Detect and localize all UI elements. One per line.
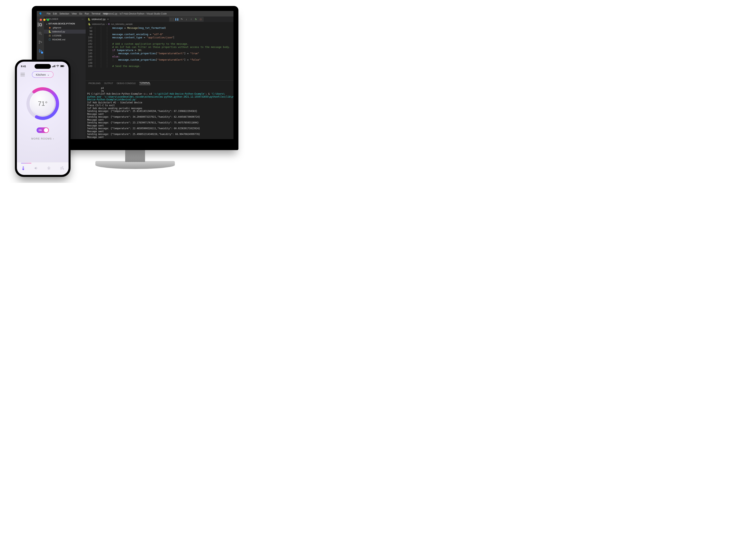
room-selector[interactable]: Kitchen ⌄ [32, 71, 53, 78]
phone-screen: 9:41 Kitchen ⌄ [17, 62, 69, 175]
code-editor[interactable]: 97 98 99 100 101 102 103 104 105 106 107… [86, 26, 233, 80]
code-body[interactable]: │ │ │ message = Message(msg_txt_formatte… [94, 26, 233, 80]
panel-tabs: PROBLEMS OUTPUT DEBUG CONSOLE TERMINAL [86, 81, 233, 86]
signal-icon [52, 65, 55, 68]
info-icon: ⓘ [48, 38, 51, 41]
editor-tabs: 🐍 iotdevice2.py × ⋮⋮ ❚❚ ↷ ↓ ↑ ↻ □ [86, 16, 233, 22]
svg-rect-15 [64, 66, 64, 67]
menu-edit[interactable]: Edit [53, 12, 57, 15]
breadcrumb-file[interactable]: iotdevice2.py [92, 23, 105, 25]
chevron-down-icon: ⌄ [46, 22, 48, 25]
panel-tab-debug-console[interactable]: DEBUG CONSOLE [117, 82, 136, 84]
chevron-down-icon: ⌄ [47, 73, 50, 76]
svg-point-6 [41, 42, 42, 43]
power-toggle[interactable]: ON [37, 127, 49, 133]
line-gutter: 97 98 99 100 101 102 103 104 105 106 107… [86, 26, 94, 80]
python-icon: 🐍 [88, 18, 90, 21]
file-row-license[interactable]: ⚖ LICENSE [44, 34, 86, 38]
svg-rect-8 [52, 66, 53, 67]
menu-help[interactable]: Help [103, 12, 108, 15]
more-rooms-label: MORE ROOMS [31, 137, 52, 140]
folder-header[interactable]: ⌄ IOT-HUB-DEVICE-PYTHON [44, 22, 86, 26]
menu-icon[interactable] [20, 73, 25, 76]
svg-rect-10 [54, 65, 54, 67]
svg-point-17 [23, 169, 24, 170]
panel-tab-output[interactable]: OUTPUT [104, 82, 113, 84]
terminal[interactable]: p4 rm PS C:\git\IoT-Hub-Device-Python-Ex… [86, 86, 233, 139]
vscode-logo-icon [38, 12, 42, 16]
panel-tab-problems[interactable]: PROBLEMS [88, 82, 101, 84]
status-time: 9:41 [21, 65, 26, 68]
file-row-readme[interactable]: ⓘ README.md [44, 38, 86, 42]
menu-go[interactable]: Go [79, 12, 82, 15]
file-label: README.md [52, 38, 65, 41]
debug-pause-icon[interactable]: ❚❚ [175, 18, 178, 21]
monitor-stand-base [95, 161, 175, 169]
window-minimize-icon[interactable] [43, 19, 45, 21]
git-icon: ◆ [48, 26, 51, 29]
license-icon: ⚖ [48, 34, 51, 37]
svg-rect-14 [61, 65, 64, 67]
vscode-menubar: File Edit Selection View Go Run Terminal… [37, 11, 233, 16]
tab-thermometer-icon[interactable] [21, 166, 25, 171]
breadcrumb-symbol[interactable]: run_telemetry_sample [111, 23, 133, 25]
menu-run[interactable]: Run [85, 12, 89, 15]
window-controls [40, 19, 49, 21]
more-actions-icon[interactable]: ··· [82, 18, 84, 20]
menu-terminal[interactable]: Terminal [91, 12, 100, 15]
python-icon: 🐍 [48, 30, 51, 33]
breadcrumb[interactable]: 🐍 iotdevice2.py › ⚙ run_telemetry_sample [86, 22, 233, 26]
tab-label: iotdevice2.py [92, 18, 106, 21]
file-row-iotdevice2[interactable]: 🐍 iotdevice2.py [44, 30, 86, 34]
menu-view[interactable]: View [72, 12, 77, 15]
debug-step-over-icon[interactable]: ↷ [180, 18, 183, 21]
activity-search-icon[interactable] [38, 31, 43, 36]
tab-iotdevice2[interactable]: 🐍 iotdevice2.py × [86, 16, 110, 22]
battery-icon [60, 65, 65, 68]
room-label: Kitchen [36, 73, 46, 76]
svg-line-3 [41, 34, 42, 35]
file-row-gitignore[interactable]: ◆ .gitignore [44, 26, 86, 30]
panel-tab-terminal[interactable]: TERMINAL [139, 82, 150, 85]
tab-speaker-icon[interactable] [34, 166, 38, 171]
active-tab-indicator [21, 163, 31, 163]
file-label: .gitignore [52, 26, 61, 29]
window-zoom-icon[interactable] [47, 19, 49, 21]
debug-stop-icon[interactable]: □ [199, 18, 202, 21]
phone-notch [35, 64, 51, 69]
svg-point-2 [39, 32, 41, 34]
svg-rect-9 [53, 66, 53, 67]
editor-area: 🐍 iotdevice2.py × ⋮⋮ ❚❚ ↷ ↓ ↑ ↻ □ [86, 16, 233, 139]
svg-rect-11 [55, 65, 55, 67]
toggle-label: ON [39, 129, 42, 131]
phone-frame: 9:41 Kitchen ⌄ [15, 60, 71, 177]
more-rooms-button[interactable]: MORE ROOMS › [31, 137, 54, 140]
file-label: LICENSE [52, 34, 62, 37]
svg-point-5 [39, 43, 40, 44]
dial-arc-icon [25, 86, 61, 121]
menu-file[interactable]: File [47, 12, 50, 15]
activity-debug-icon[interactable]: 1 [38, 49, 43, 53]
tab-snowflake-icon[interactable] [47, 166, 51, 171]
debug-step-out-icon[interactable]: ↑ [190, 18, 193, 21]
debug-step-into-icon[interactable]: ↓ [185, 18, 188, 21]
file-label: iotdevice2.py [52, 30, 65, 33]
debug-restart-icon[interactable]: ↻ [195, 18, 197, 21]
chevron-right-icon: › [106, 23, 107, 25]
monitor-stand-neck [125, 150, 145, 162]
toggle-knob [44, 128, 48, 132]
tab-wind-icon[interactable] [60, 166, 64, 171]
debug-toolbar[interactable]: ⋮⋮ ❚❚ ↷ ↓ ↑ ↻ □ [169, 17, 204, 22]
activity-scm-icon[interactable] [38, 40, 43, 44]
bottom-tab-bar [17, 162, 69, 175]
folder-name: IOT-HUB-DEVICE-PYTHON [48, 22, 75, 25]
svg-point-12 [57, 67, 58, 67]
activity-explorer-icon[interactable] [38, 22, 42, 27]
temperature-dial[interactable]: 71° [25, 86, 61, 121]
close-icon[interactable]: × [107, 18, 109, 21]
drag-handle-icon[interactable]: ⋮⋮ [171, 18, 173, 21]
explorer-title: EXPLORER ··· [44, 16, 86, 22]
panel: PROBLEMS OUTPUT DEBUG CONSOLE TERMINAL p… [86, 80, 233, 139]
menu-selection[interactable]: Selection [59, 12, 69, 15]
window-close-icon[interactable] [40, 19, 42, 21]
